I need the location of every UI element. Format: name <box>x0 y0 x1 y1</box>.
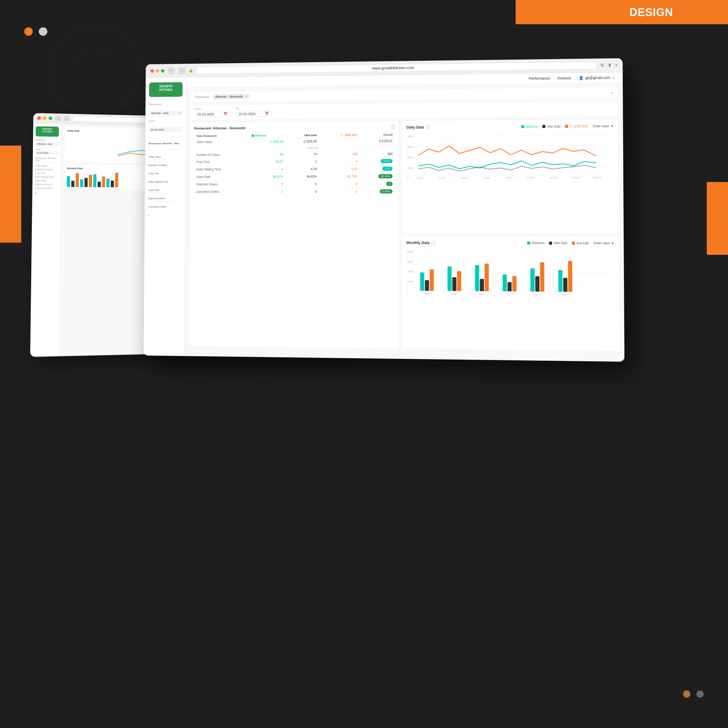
brand-header: DESIGNHARSH <box>629 6 713 19</box>
monthly-chart-title: Monthly Data i <box>407 240 436 245</box>
monthly-order-value-btn[interactable]: Order value ▼ <box>593 242 614 245</box>
user-icon: 👤 <box>579 76 584 80</box>
charts-panel: Daily Data i deliveroo <box>402 119 619 351</box>
metric-orders-label: Number of Orders <box>194 151 249 158</box>
svg-text:1/1/24: 1/1/24 <box>417 177 424 180</box>
nav-performance[interactable]: Performance <box>529 76 550 81</box>
restaurant-row: Restaurant Athenian - Newcastle ✕ ▼ <box>191 87 618 102</box>
metric-rider-deliveroo: 4 <box>249 165 286 173</box>
svg-text:Sep: Sep <box>452 292 457 295</box>
col-header-metric: Data Restaurant <box>194 133 249 139</box>
nav-back[interactable]: ‹ <box>168 67 175 74</box>
back-metric-rejected: Rejected Orders <box>35 183 58 187</box>
metric-rejected-label: Rejected Orders <box>194 180 249 188</box>
reload-icon[interactable]: ↻ <box>600 63 604 68</box>
metric-orders-deliveroo: 58 <box>249 151 286 158</box>
nav-user[interactable]: 👤 gk@gmail.com ▼ <box>579 75 615 80</box>
metric-rider-justeat: 5.23 <box>319 165 360 173</box>
url-bar[interactable]: www.growthkitchen.com <box>197 61 596 74</box>
back-metric-ordervalue: Order Value <box>35 164 58 168</box>
metric-ordervalue-ubereats: £ 1535.05 <box>286 138 319 145</box>
svg-text:3/1/24: 3/1/24 <box>439 177 446 180</box>
metric-ordervalue-justeat <box>319 138 360 145</box>
daily-chart-card: Daily Data i deliveroo <box>402 119 618 233</box>
svg-rect-39 <box>508 282 512 292</box>
logo-dots: • • • • <box>151 92 180 95</box>
svg-text:18/1/24: 18/1/24 <box>593 176 601 179</box>
svg-text:0: 0 <box>407 175 408 178</box>
svg-line-6 <box>417 145 614 147</box>
chevron-down-icon: ▼ <box>610 124 613 128</box>
monthly-legend: Deliveroo Uber Eats Just Eats <box>527 241 614 245</box>
date-to-input[interactable]: 23-01-2024 📅 <box>236 110 271 117</box>
order-value-btn[interactable]: Order value ▼ <box>593 124 614 128</box>
close-icon[interactable]: ✕ <box>178 112 181 115</box>
back-metric-orders: Number of Orders <box>35 168 58 172</box>
sidebar-rest-label2: Restaurant: Athenian - New <box>148 142 182 145</box>
orange-bar-left <box>0 145 21 243</box>
back-metric-prep: Prep Time <box>35 171 58 175</box>
logo-text: GROWTHKITCHEN <box>151 85 180 92</box>
sidebar-restaurant-selector[interactable]: Athenian - New ✕ <box>149 110 182 116</box>
daily-info-icon: i <box>426 125 430 129</box>
table-info-icon: i <box>391 125 395 129</box>
restaurant-dropdown-arrow[interactable]: ▼ <box>610 91 613 95</box>
date-to-label: To <box>236 107 271 110</box>
date-from-value: 01-01-2024 <box>197 112 214 116</box>
metric-orders-overall: 300 <box>360 151 395 158</box>
table-row: Open Rate 96.87% 94.93% 95.79% 96.33% <box>194 172 395 180</box>
svg-line-5 <box>417 135 614 136</box>
back-metric-rider: Rider Waiting Time <box>35 175 58 179</box>
content-area: Restaurant Athenian - Newcastle ✕ ▼ From… <box>185 83 624 360</box>
legend-ubereats: Uber Eats <box>542 125 561 128</box>
col-header-overall: Overall <box>360 132 395 138</box>
browser-front-window: ‹ › 🔒 www.growthkitchen.com ↻ ⬆ + GROWTH… <box>144 58 624 362</box>
nav-forward[interactable]: › <box>178 67 185 74</box>
svg-text:2000: 2000 <box>407 156 413 159</box>
app-layout: GROWTHKITCHEN • • • • Restaurant Athenia… <box>144 72 624 362</box>
svg-rect-34 <box>457 271 461 291</box>
restaurant-tag-close[interactable]: ✕ <box>245 95 248 99</box>
svg-text:Nov: Nov <box>507 292 512 295</box>
table-row: Rider Waiting Time 4 4.34 5.23 4.77 <box>194 165 395 173</box>
monthly-chevron-down-icon: ▼ <box>611 242 614 245</box>
new-tab-icon[interactable]: + <box>615 62 618 68</box>
tl-green <box>161 69 164 72</box>
user-dropdown-icon[interactable]: ▼ <box>612 76 615 79</box>
metric-rejected-deliveroo: 0 <box>249 180 286 188</box>
metric-prep-justeat: 0 <box>319 158 360 165</box>
svg-line-7 <box>417 156 614 158</box>
two-col-layout: Restaurant: Athenian - Newcastle i Data … <box>189 119 619 351</box>
svg-line-9 <box>417 176 614 177</box>
nav-invoices[interactable]: Invoices <box>558 76 571 81</box>
sidebar-date-from-label: From <box>149 119 182 122</box>
bg-circle-small <box>73 49 118 94</box>
dots-bottom <box>683 690 704 698</box>
restaurant-label: Restaurant <box>195 95 209 99</box>
metric-open-overall: 96.33% <box>360 172 395 180</box>
data-table-title: Restaurant: Athenian - Newcastle i <box>194 125 395 130</box>
daily-legend: deliveroo Uber Eats 🍴 JUST EAT <box>521 124 614 128</box>
sidebar-restaurant-value: Athenian - New <box>151 112 169 115</box>
svg-text:1000: 1000 <box>407 167 413 170</box>
table-row: Number of Orders 58 74 168 300 <box>194 151 395 158</box>
monthly-legend-deliveroo: Deliveroo <box>527 241 545 245</box>
metric-open-label: Open Rate <box>194 173 249 180</box>
svg-text:3000: 3000 <box>407 260 413 263</box>
sidebar-metric-cancelled: Cancelled Orders <box>148 205 182 209</box>
svg-text:4000: 4000 <box>407 135 413 138</box>
date-from-input[interactable]: 01-01-2024 📅 <box>195 111 230 118</box>
metric-open-justeat: 95.79% <box>319 173 360 180</box>
metric-rejected-ubereats: 0 <box>286 180 319 188</box>
sidebar-date-input[interactable]: 01-01-2024 <box>148 127 182 132</box>
monthly-chart-header: Monthly Data i Deliveroo <box>407 240 614 245</box>
main-content: Performance Invoices 👤 gk@gmail.com ▼ Re… <box>185 72 624 362</box>
daily-chart-title: Daily Data i <box>407 125 430 130</box>
date-to-group: To 23-01-2024 📅 <box>236 107 271 117</box>
svg-rect-33 <box>452 277 457 291</box>
svg-rect-41 <box>530 268 534 291</box>
dot-orange <box>24 27 33 36</box>
share-icon[interactable]: ⬆ <box>607 63 612 68</box>
svg-rect-46 <box>568 260 572 292</box>
restaurant-tag[interactable]: Athenian - Newcastle ✕ <box>213 94 251 100</box>
